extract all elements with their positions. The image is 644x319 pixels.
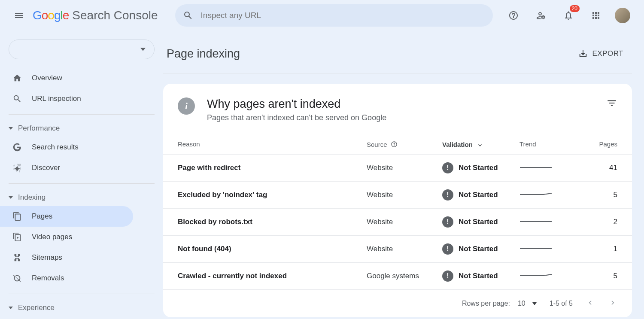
sidebar-item-removals[interactable]: Removals: [0, 268, 133, 289]
column-trend[interactable]: Trend: [519, 140, 592, 148]
cell-pages: 1: [592, 245, 617, 253]
pagination: [586, 298, 617, 309]
card-header: i Why pages aren't indexed Pages that ar…: [163, 84, 632, 133]
sidebar-item-label: Discover: [32, 164, 60, 172]
chevron-left-icon: [586, 298, 594, 307]
caret-down-icon: [9, 196, 13, 199]
filter-button[interactable]: [606, 97, 617, 110]
table-row[interactable]: Not found (404)Website!Not Started1: [163, 236, 632, 263]
exclamation-icon: !: [442, 216, 453, 228]
next-page-button[interactable]: [609, 298, 617, 309]
cell-source: Website: [367, 164, 442, 172]
sidebar-item-label: Removals: [32, 274, 64, 283]
user-gear-icon: [536, 10, 546, 21]
cell-source: Website: [367, 191, 442, 199]
sidebar-item-label: Video pages: [32, 233, 72, 241]
download-icon: [578, 49, 588, 58]
sidebar-item-label: Search results: [32, 143, 79, 152]
table-footer: Rows per page: 10 1-5 of 5: [163, 290, 632, 317]
google-g-icon: [12, 142, 22, 152]
cell-pages: 5: [592, 272, 617, 280]
card-subtitle: Pages that aren't indexed can't be serve…: [207, 113, 386, 122]
sidebar-item-url-inspection[interactable]: URL inspection: [0, 88, 133, 109]
sidebar-item-label: Pages: [32, 212, 52, 221]
sidebar-section-experience[interactable]: Experience: [0, 299, 163, 316]
column-reason[interactable]: Reason: [178, 140, 367, 148]
cell-trend: [519, 190, 592, 200]
cell-reason: Crawled - currently not indexed: [178, 272, 367, 280]
page-title: Page indexing: [167, 47, 240, 61]
user-settings-button[interactable]: [532, 7, 550, 24]
exclamation-icon: !: [442, 162, 453, 173]
column-source[interactable]: Source: [367, 140, 442, 148]
cell-validation: !Not Started: [442, 270, 519, 282]
avatar[interactable]: [615, 8, 630, 23]
header-actions: 20: [505, 7, 635, 24]
divider: [9, 183, 155, 184]
sidebar-item-pages[interactable]: Pages: [0, 206, 133, 227]
sidebar-section-indexing[interactable]: Indexing: [0, 189, 163, 206]
sidebar-item-discover[interactable]: Discover: [0, 158, 133, 178]
divider: [9, 114, 155, 115]
card-title: Why pages aren't indexed: [207, 97, 386, 111]
table-row[interactable]: Page with redirectWebsite!Not Started41: [163, 155, 632, 182]
table-row[interactable]: Blocked by robots.txtWebsite!Not Started…: [163, 209, 632, 236]
hamburger-icon: [14, 10, 24, 21]
chevron-down-icon: [140, 47, 146, 52]
section-label: Indexing: [18, 193, 46, 202]
pagination-range: 1-5 of 5: [550, 300, 573, 307]
cell-trend: [519, 217, 592, 227]
search-input[interactable]: [201, 11, 485, 20]
prev-page-button[interactable]: [586, 298, 594, 309]
table-row[interactable]: Crawled - currently not indexedGoogle sy…: [163, 263, 632, 290]
url-search-bar[interactable]: [175, 4, 493, 27]
sidebar-item-overview[interactable]: Overview: [0, 68, 133, 88]
sidebar-item-sitemaps[interactable]: Sitemaps: [0, 247, 133, 268]
export-button[interactable]: EXPORT: [573, 46, 629, 62]
cell-validation: !Not Started: [442, 243, 519, 255]
removals-icon: [12, 273, 22, 283]
sidebar-section-performance[interactable]: Performance: [0, 120, 163, 137]
menu-button[interactable]: [9, 5, 29, 26]
search-icon: [12, 94, 22, 104]
sidebar-item-label: Sitemaps: [32, 253, 62, 262]
rows-per-page-select[interactable]: 10: [518, 300, 537, 307]
apps-button[interactable]: [587, 7, 605, 24]
property-selector[interactable]: [9, 39, 155, 59]
sidebar-item-search-results[interactable]: Search results: [0, 137, 133, 158]
discover-icon: [12, 163, 22, 173]
notifications-button[interactable]: 20: [560, 7, 577, 24]
pages-icon: [12, 211, 22, 222]
help-icon: [508, 10, 519, 21]
home-icon: [12, 73, 22, 83]
cell-trend: [519, 271, 592, 281]
cell-reason: Blocked by robots.txt: [178, 218, 367, 226]
table-row[interactable]: Excluded by 'noindex' tagWebsite!Not Sta…: [163, 182, 632, 209]
cell-trend: [519, 244, 592, 254]
sidebar-item-video-pages[interactable]: Video pages: [0, 227, 133, 247]
section-label: Performance: [18, 124, 60, 133]
cell-source: Google systems: [367, 272, 442, 280]
app-header: Google Search Console 20: [0, 0, 644, 31]
cell-pages: 41: [592, 164, 617, 172]
sidebar: Overview URL inspection Performance Sear…: [0, 31, 163, 319]
caret-down-icon: [9, 127, 13, 130]
cell-source: Website: [367, 245, 442, 253]
rows-per-page-label: Rows per page:: [462, 300, 510, 307]
cell-validation: !Not Started: [442, 189, 519, 201]
apps-grid-icon: [591, 10, 601, 21]
arrow-down-icon: [476, 140, 484, 148]
logo[interactable]: Google Search Console: [33, 9, 158, 22]
main-content: Page indexing EXPORT i Why pages aren't …: [163, 31, 644, 319]
cell-reason: Page with redirect: [178, 164, 367, 172]
cell-source: Website: [367, 218, 442, 226]
info-icon: i: [178, 97, 195, 115]
column-pages[interactable]: Pages: [592, 140, 617, 148]
cell-reason: Not found (404): [178, 245, 367, 253]
cell-pages: 5: [592, 191, 617, 199]
column-validation[interactable]: Validation: [442, 140, 519, 148]
cell-validation: !Not Started: [442, 162, 519, 173]
search-icon: [183, 10, 193, 21]
help-button[interactable]: [505, 7, 522, 24]
cell-reason: Excluded by 'noindex' tag: [178, 191, 367, 199]
